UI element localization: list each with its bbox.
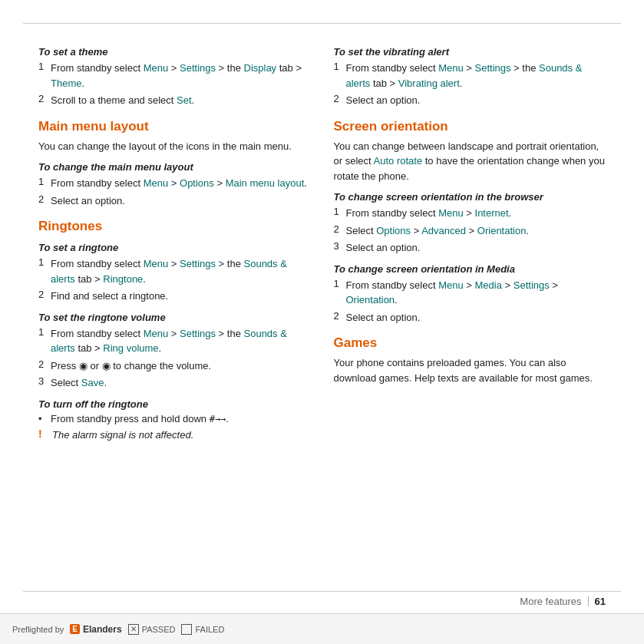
turnoff-bullet-item: • From standby press and hold down #→→. — [38, 413, 311, 424]
vibrating-section: To set the vibrating alert 1 From standb… — [334, 46, 606, 108]
volume-item-1-text: From standby select Menu > Settings > th… — [51, 326, 311, 356]
warning-item: ! The alarm signal is not affected. — [38, 428, 311, 443]
passed-status: ✕ PASSED — [128, 624, 176, 635]
passed-checkbox: ✕ — [128, 624, 139, 635]
volume-item-3: 3 Select Save. — [38, 375, 311, 391]
footer-divider — [588, 596, 589, 606]
theme-section: To set a theme 1 From standby select Men… — [38, 46, 311, 108]
ringtone-item-1-text: From standby select Menu > Settings > th… — [51, 256, 311, 286]
theme-item-1-text: From standby select Menu > Settings > th… — [51, 61, 311, 91]
media-orient-item-1: 1 From standby select Menu > Media > Set… — [334, 278, 606, 308]
media-orient-item-2: 2 Select an option. — [334, 310, 606, 325]
main-menu-heading: Main menu layout — [38, 119, 311, 134]
vibrating-item-1: 1 From standby select Menu > Settings > … — [334, 61, 606, 91]
games-heading: Games — [334, 335, 606, 351]
turnoff-bullet-text: From standby press and hold down #→→. — [51, 413, 229, 424]
ringtone-volume-heading: To set the ringtone volume — [38, 312, 311, 323]
warning-icon: ! — [38, 428, 52, 440]
turnoff-ringtone-heading: To turn off the ringtone — [38, 398, 311, 410]
vibrating-item-2: 2 Select an option. — [334, 93, 606, 108]
media-orientation-heading: To change screen orientation in Media — [334, 263, 606, 275]
ringtone-item-1-num: 1 — [38, 256, 51, 286]
volume-item-3-num: 3 — [38, 375, 51, 391]
turnoff-bullet-marker: • — [38, 413, 51, 424]
theme-item-1: 1 From standby select Menu > Settings > … — [38, 61, 311, 91]
main-menu-section: Main menu layout You can change the layo… — [38, 119, 311, 209]
preflighted-bar: Preflighted by E Elanders ✕ PASSED FAILE… — [0, 613, 644, 644]
ringtone-item-1: 1 From standby select Menu > Settings > … — [38, 256, 311, 286]
vibrating-item-2-text: Select an option. — [346, 93, 421, 108]
warning-text: The alarm signal is not affected. — [52, 428, 193, 443]
vibrating-item-2-num: 2 — [334, 93, 346, 108]
main-menu-sub-heading: To change the main menu layout — [38, 161, 311, 173]
screen-orientation-section: Screen orientation You can change betwee… — [334, 119, 606, 325]
elanders-icon: E — [70, 624, 80, 634]
browser-orient-item-1: 1 From standby select Menu > Internet. — [334, 206, 606, 221]
games-section: Games Your phone contains preloaded game… — [334, 335, 606, 385]
media-orient-item-1-num: 1 — [334, 278, 346, 308]
top-border — [23, 23, 621, 24]
theme-item-1-num: 1 — [38, 61, 51, 91]
theme-heading: To set a theme — [38, 46, 311, 58]
failed-checkbox — [181, 624, 192, 635]
page-number: 61 — [595, 596, 606, 607]
vibrating-item-1-num: 1 — [334, 61, 346, 91]
vibrating-item-1-text: From standby select Menu > Settings > th… — [346, 61, 606, 91]
browser-orient-item-2-num: 2 — [334, 223, 346, 239]
media-orient-item-2-text: Select an option. — [346, 310, 421, 325]
browser-orient-item-3: 3 Select an option. — [334, 240, 606, 256]
failed-label: FAILED — [195, 625, 224, 634]
main-menu-item-2-text: Select an option. — [51, 193, 125, 209]
main-menu-item-1: 1 From standby select Menu > Options > M… — [38, 176, 311, 191]
page-wrapper: To set a theme 1 From standby select Men… — [0, 0, 644, 644]
browser-orient-item-2: 2 Select Options > Advanced > Orientatio… — [334, 223, 606, 239]
ringtone-item-2-text: Find and select a ringtone. — [51, 289, 168, 304]
screen-orientation-intro: You can change between landscape and por… — [334, 139, 606, 184]
browser-orient-item-1-text: From standby select Menu > Internet. — [346, 206, 512, 221]
main-menu-item-2: 2 Select an option. — [38, 193, 311, 209]
media-orient-item-2-num: 2 — [334, 310, 346, 325]
set-ringtone-heading: To set a ringtone — [38, 242, 311, 253]
browser-orient-item-2-text: Select Options > Advanced > Orientation. — [346, 223, 530, 239]
main-menu-intro: You can change the layout of the icons i… — [38, 139, 311, 154]
ringtone-item-2-num: 2 — [38, 289, 51, 304]
right-column: To set the vibrating alert 1 From standb… — [334, 31, 606, 583]
screen-orientation-heading: Screen orientation — [334, 119, 606, 134]
failed-status: FAILED — [181, 624, 224, 635]
vibrating-heading: To set the vibrating alert — [334, 46, 606, 58]
volume-item-3-text: Select Save. — [51, 375, 107, 391]
main-menu-item-1-text: From standby select Menu > Options > Mai… — [51, 176, 307, 191]
ringtones-section: Ringtones To set a ringtone 1 From stand… — [38, 219, 311, 442]
content-area: To set a theme 1 From standby select Men… — [38, 31, 606, 583]
theme-item-2-text: Scroll to a theme and select Set. — [51, 93, 194, 108]
ringtone-item-2: 2 Find and select a ringtone. — [38, 289, 311, 304]
theme-item-2: 2 Scroll to a theme and select Set. — [38, 93, 311, 108]
more-features-label: More features — [520, 596, 581, 607]
theme-item-2-num: 2 — [38, 93, 51, 108]
main-menu-item-2-num: 2 — [38, 193, 51, 209]
browser-orientation-heading: To change screen orientation in the brow… — [334, 191, 606, 203]
volume-item-1-num: 1 — [38, 326, 51, 356]
ringtones-heading: Ringtones — [38, 219, 311, 234]
browser-orient-item-1-num: 1 — [334, 206, 346, 221]
elanders-brand: Elanders — [83, 624, 122, 635]
volume-item-2: 2 Press ◉ or ◉ to change the volume. — [38, 358, 311, 374]
main-menu-item-1-num: 1 — [38, 176, 51, 191]
volume-item-2-text: Press ◉ or ◉ to change the volume. — [51, 358, 211, 374]
volume-item-1: 1 From standby select Menu > Settings > … — [38, 326, 311, 356]
games-intro: Your phone contains preloaded games. You… — [334, 355, 606, 385]
footer-page-number-area: More features 61 — [38, 596, 606, 607]
media-orient-item-1-text: From standby select Menu > Media > Setti… — [346, 278, 606, 308]
volume-item-2-num: 2 — [38, 358, 51, 374]
preflighted-label: Preflighted by — [12, 625, 64, 634]
passed-label: PASSED — [142, 625, 176, 634]
left-column: To set a theme 1 From standby select Men… — [38, 31, 311, 583]
browser-orient-item-3-num: 3 — [334, 240, 346, 256]
browser-orient-item-3-text: Select an option. — [346, 240, 421, 256]
elanders-logo: E Elanders — [70, 624, 121, 635]
bottom-border — [23, 591, 621, 592]
